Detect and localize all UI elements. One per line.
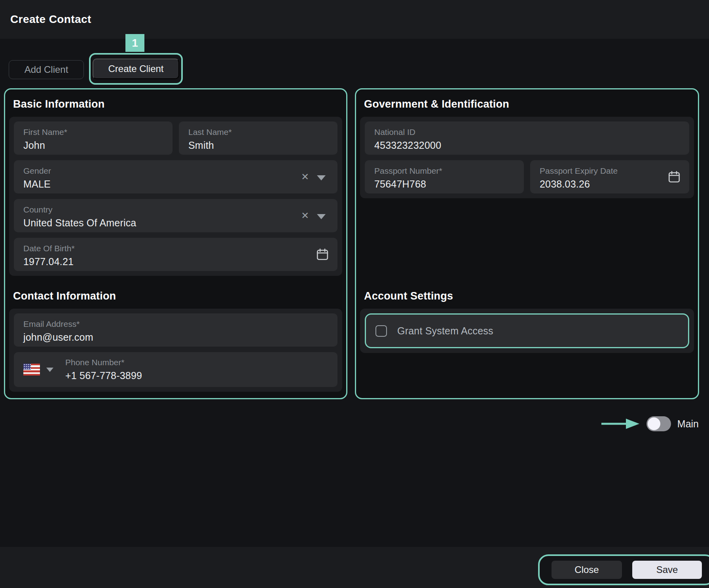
- main-toggle-label: Main: [677, 418, 699, 430]
- country-label: Country: [23, 205, 328, 214]
- passport-number-value: 75647H768: [374, 178, 514, 190]
- create-client-button[interactable]: Create Client: [93, 59, 179, 79]
- calendar-icon[interactable]: [667, 170, 681, 184]
- country-chevron-down-icon[interactable]: [317, 214, 326, 219]
- basic-information-group: First Name* John Last Name* Smith Gender…: [9, 117, 342, 276]
- page-title: Create Contact: [10, 13, 91, 26]
- dialog-footer: Close Save: [0, 547, 709, 588]
- country-field[interactable]: Country United States Of America ✕: [14, 199, 337, 232]
- email-field[interactable]: Email Address* john@user.com: [14, 313, 337, 347]
- passport-expiry-label: Passport Expiry Date: [540, 166, 680, 176]
- grant-system-access-row[interactable]: Grant System Access: [365, 313, 689, 348]
- account-settings-heading: Account Settings: [364, 290, 690, 302]
- government-identification-heading: Government & Identification: [364, 98, 690, 110]
- passport-expiry-value: 2038.03.26: [540, 178, 680, 190]
- phone-value: +1 567-778-3899: [65, 370, 142, 381]
- phone-text: Phone Number* +1 567-778-3899: [65, 358, 142, 381]
- last-name-field[interactable]: Last Name* Smith: [179, 121, 337, 155]
- save-button[interactable]: Save: [632, 561, 702, 579]
- account-settings-group: Grant System Access: [360, 309, 694, 353]
- national-id-field[interactable]: National ID 453323232000: [365, 121, 689, 155]
- calendar-icon[interactable]: [315, 247, 330, 262]
- grant-system-access-label: Grant System Access: [397, 325, 493, 337]
- us-flag-icon: [23, 364, 40, 376]
- annotation-arrow-icon: [601, 415, 640, 432]
- country-value: United States Of America: [23, 217, 328, 229]
- gender-chevron-down-icon[interactable]: [317, 175, 326, 180]
- last-name-value: Smith: [188, 140, 328, 151]
- email-label: Email Address*: [23, 319, 328, 329]
- country-clear-icon[interactable]: ✕: [301, 211, 309, 220]
- government-identification-panel: Government & Identification National ID …: [355, 88, 699, 399]
- gender-field[interactable]: Gender MALE ✕: [14, 160, 337, 193]
- passport-row: Passport Number* 75647H768 Passport Expi…: [365, 160, 689, 193]
- main-toggle-row: Main: [601, 415, 699, 432]
- phone-country-chevron-down-icon: [46, 368, 53, 372]
- national-id-label: National ID: [374, 127, 680, 137]
- phone-country-selector[interactable]: [23, 364, 53, 376]
- toggle-knob-icon: [648, 417, 660, 430]
- date-of-birth-label: Date Of Birth*: [23, 244, 328, 253]
- dialog-header: Create Contact: [0, 0, 709, 39]
- gender-label: Gender: [23, 166, 328, 176]
- create-client-highlight: Create Client: [89, 53, 183, 85]
- grant-system-access-checkbox[interactable]: [375, 325, 387, 337]
- passport-number-field[interactable]: Passport Number* 75647H768: [365, 160, 524, 193]
- email-value: john@user.com: [23, 332, 328, 343]
- first-name-label: First Name*: [23, 127, 163, 137]
- government-identification-group: National ID 453323232000 Passport Number…: [360, 117, 694, 198]
- add-client-button[interactable]: Add Client: [9, 60, 84, 79]
- footer-actions-highlight: Close Save: [538, 554, 709, 585]
- close-button[interactable]: Close: [552, 561, 622, 579]
- gender-clear-icon[interactable]: ✕: [301, 172, 309, 182]
- panel-spacer: [360, 198, 694, 276]
- national-id-value: 453323232000: [374, 140, 680, 151]
- phone-label: Phone Number*: [65, 358, 142, 367]
- first-name-field[interactable]: First Name* John: [14, 121, 173, 155]
- gender-value: MALE: [23, 178, 328, 190]
- phone-field[interactable]: Phone Number* +1 567-778-3899: [14, 352, 337, 387]
- first-name-value: John: [23, 140, 163, 151]
- main-toggle[interactable]: [646, 416, 671, 431]
- basic-information-panel: Basic Information First Name* John Last …: [4, 88, 347, 399]
- contact-information-heading: Contact Information: [13, 290, 338, 302]
- step-1-badge: 1: [125, 34, 144, 52]
- passport-expiry-field[interactable]: Passport Expiry Date 2038.03.26: [530, 160, 689, 193]
- date-of-birth-value: 1977.04.21: [23, 256, 328, 267]
- contact-information-group: Email Address* john@user.com Phone Numbe…: [9, 309, 342, 392]
- passport-number-label: Passport Number*: [374, 166, 514, 176]
- basic-information-heading: Basic Information: [13, 98, 338, 110]
- create-contact-dialog: Create Contact 1 Add Client Create Clien…: [0, 0, 709, 588]
- name-row: First Name* John Last Name* Smith: [14, 121, 337, 155]
- last-name-label: Last Name*: [188, 127, 328, 137]
- date-of-birth-field[interactable]: Date Of Birth* 1977.04.21: [14, 238, 337, 271]
